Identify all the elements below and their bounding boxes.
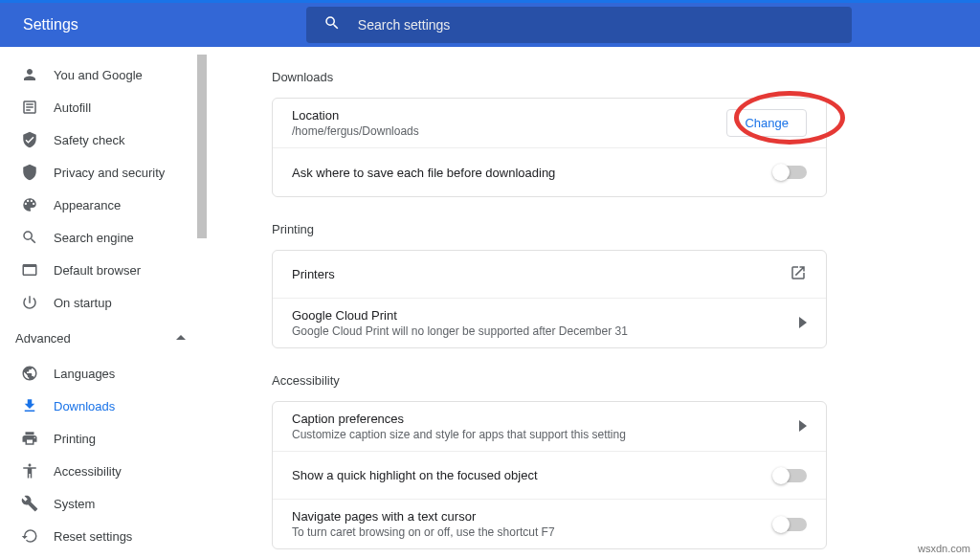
location-value: /home/fergus/Downloads <box>292 124 419 138</box>
highlight-row: Show a quick highlight on the focused ob… <box>273 452 826 500</box>
sidebar-item-label: Appearance <box>54 198 121 212</box>
accessibility-card: Caption preferences Customize caption si… <box>272 401 827 549</box>
chevron-right-icon <box>799 315 807 332</box>
gcp-row[interactable]: Google Cloud Print Google Cloud Print wi… <box>273 299 826 347</box>
gcp-sub: Google Cloud Print will no longer be sup… <box>292 324 628 338</box>
sidebar-section-label: Advanced <box>15 331 71 346</box>
ask-save-label: Ask where to save each file before downl… <box>292 166 555 180</box>
location-label: Location <box>292 108 419 123</box>
sidebar-item-label: On startup <box>54 296 112 310</box>
sidebar-item-reset[interactable]: Reset settings <box>0 520 207 552</box>
search-icon <box>21 229 54 246</box>
sidebar-item-label: Search engine <box>54 231 134 245</box>
sidebar-item-label: Accessibility <box>54 464 122 479</box>
sidebar-section-advanced[interactable]: Advanced <box>0 319 207 357</box>
sidebar-item-appearance[interactable]: Appearance <box>0 189 207 221</box>
sidebar-item-label: Downloads <box>54 399 115 413</box>
download-icon <box>21 397 54 414</box>
highlight-toggle[interactable] <box>774 469 807 482</box>
sidebar-item-printing[interactable]: Printing <box>0 422 207 455</box>
sidebar-item-label: Languages <box>54 367 115 381</box>
caret-sub: To turn caret browsing on or off, use th… <box>292 525 555 539</box>
printing-card: Printers Google Cloud Print Google Cloud… <box>272 250 827 348</box>
sidebar-item-system[interactable]: System <box>0 487 207 520</box>
page-title: Settings <box>23 16 78 33</box>
location-row: Location /home/fergus/Downloads Change <box>273 99 826 148</box>
header: Settings <box>0 3 980 47</box>
ask-save-toggle[interactable] <box>774 166 807 179</box>
autofill-icon <box>21 99 54 116</box>
restore-icon <box>21 527 54 545</box>
person-icon <box>21 66 54 83</box>
section-title-accessibility: Accessibility <box>272 373 980 388</box>
search-input[interactable] <box>358 17 835 33</box>
sidebar-item-label: Autofill <box>54 100 91 115</box>
shield-icon <box>21 164 54 181</box>
search-icon <box>323 14 358 35</box>
search-box[interactable] <box>306 7 852 43</box>
sidebar-item-languages[interactable]: Languages <box>0 357 207 390</box>
browser-icon <box>21 261 54 279</box>
watermark: wsxdn.com <box>918 543 970 554</box>
accessibility-icon <box>21 462 54 480</box>
highlight-label: Show a quick highlight on the focused ob… <box>292 468 538 482</box>
section-title-printing: Printing <box>272 222 980 236</box>
caption-row[interactable]: Caption preferences Customize caption si… <box>273 402 826 452</box>
print-icon <box>21 430 54 447</box>
sidebar-item-label: Safety check <box>54 133 124 147</box>
sidebar-item-default-browser[interactable]: Default browser <box>0 254 207 286</box>
gcp-label: Google Cloud Print <box>292 308 628 323</box>
shield-check-icon <box>21 131 54 148</box>
caret-toggle[interactable] <box>774 518 807 531</box>
sidebar-item-label: Reset settings <box>54 529 132 544</box>
main-content: Downloads Location /home/fergus/Download… <box>207 47 980 558</box>
scrollbar-thumb[interactable] <box>197 55 207 238</box>
caption-sub: Customize caption size and style for app… <box>292 428 626 441</box>
sidebar-item-label: Printing <box>54 432 96 446</box>
chevron-right-icon <box>799 418 807 435</box>
sidebar-item-downloads[interactable]: Downloads <box>0 390 207 422</box>
downloads-card: Location /home/fergus/Downloads Change A… <box>272 98 827 197</box>
sidebar-item-autofill[interactable]: Autofill <box>0 91 207 123</box>
change-button[interactable]: Change <box>726 109 807 137</box>
sidebar-item-privacy[interactable]: Privacy and security <box>0 156 207 189</box>
external-link-icon <box>790 264 807 285</box>
power-icon <box>21 294 54 311</box>
sidebar-item-label: You and Google <box>54 68 143 82</box>
caret-row: Navigate pages with a text cursor To tur… <box>273 500 826 548</box>
sidebar-item-accessibility[interactable]: Accessibility <box>0 455 207 487</box>
sidebar-item-label: System <box>54 497 95 511</box>
sidebar-item-search-engine[interactable]: Search engine <box>0 221 207 254</box>
caret-label: Navigate pages with a text cursor <box>292 509 555 524</box>
wrench-icon <box>21 495 54 512</box>
section-title-downloads: Downloads <box>272 70 980 84</box>
sidebar: You and Google Autofill Safety check Pri… <box>0 47 207 558</box>
sidebar-item-startup[interactable]: On startup <box>0 286 207 319</box>
printers-row[interactable]: Printers <box>273 251 826 299</box>
sidebar-item-safety[interactable]: Safety check <box>0 123 207 156</box>
sidebar-item-label: Privacy and security <box>54 166 165 180</box>
sidebar-item-you-google[interactable]: You and Google <box>0 58 207 91</box>
caption-label: Caption preferences <box>292 412 626 426</box>
globe-icon <box>21 365 54 382</box>
ask-save-row: Ask where to save each file before downl… <box>273 148 826 196</box>
palette-icon <box>21 196 54 213</box>
printers-label: Printers <box>292 267 335 281</box>
sidebar-item-label: Default browser <box>54 263 141 278</box>
chevron-up-icon <box>176 331 186 346</box>
